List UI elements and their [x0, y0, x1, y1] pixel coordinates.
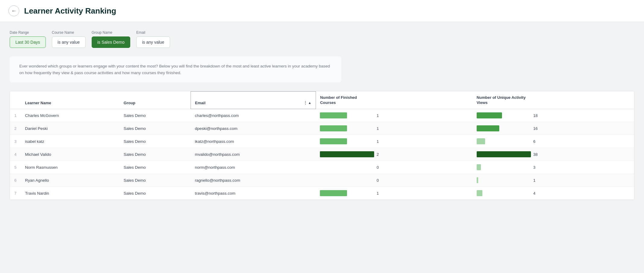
finished-value: 2	[377, 152, 379, 157]
activity-views-cell: 18	[472, 109, 634, 122]
back-icon: ←	[11, 8, 17, 14]
activity-bar	[477, 125, 500, 131]
activity-bar	[477, 138, 485, 144]
finished-bar	[320, 112, 347, 118]
finished-courses-cell: 1	[316, 122, 472, 135]
activity-views-cell: 6	[472, 135, 634, 148]
finished-courses-cell: 1	[316, 135, 472, 148]
filter-group-email: Emailis any value	[136, 30, 170, 48]
col-header-group: Group	[119, 92, 191, 109]
activity-value: 16	[533, 126, 538, 131]
rank-cell: 4	[10, 148, 21, 161]
activity-bar	[477, 151, 531, 157]
filter-button-date_range[interactable]: Last 30 Days	[10, 36, 46, 48]
finished-value: 1	[377, 126, 379, 131]
group-cell: Sales Demo	[119, 174, 191, 187]
finished-courses-cell: 1	[316, 109, 472, 122]
email-cell: mvalido@northpass.com	[191, 148, 316, 161]
group-cell: Sales Demo	[119, 148, 191, 161]
table-row: 6Ryan AgnelloSales Demoragnello@northpas…	[10, 174, 634, 187]
learner-name-cell: Travis Nardin	[21, 187, 119, 200]
group-cell: Sales Demo	[119, 109, 191, 122]
description-text: Ever wondered which groups or learners e…	[10, 56, 341, 83]
rank-cell: 1	[10, 109, 21, 122]
filter-label-date_range: Date Range	[10, 30, 46, 35]
col-header-finished_courses: Number of FinishedCourses	[316, 92, 472, 109]
main-content: Date RangeLast 30 DaysCourse Nameis any …	[0, 22, 644, 209]
learner-name-cell: isabel katz	[21, 135, 119, 148]
table-row: 1Charles McGovernSales Democharles@north…	[10, 109, 634, 122]
col-header-learner_name: Learner Name	[21, 92, 119, 109]
email-cell: dpeski@northpass.com	[191, 122, 316, 135]
learner-name-cell: Norm Rasmussen	[21, 161, 119, 174]
table-row: 5Norm RasmussenSales Demonorm@northpass.…	[10, 161, 634, 174]
activity-value: 38	[533, 152, 538, 157]
activity-bar	[477, 112, 502, 118]
col-header-email[interactable]: Email ⋮ ▲	[191, 92, 316, 109]
learner-name-cell: Daniel Peski	[21, 122, 119, 135]
filter-label-email: Email	[136, 30, 170, 35]
email-cell: ragnello@northpass.com	[191, 174, 316, 187]
group-cell: Sales Demo	[119, 135, 191, 148]
filter-group-course_name: Course Nameis any value	[52, 30, 86, 48]
finished-bar	[320, 190, 347, 196]
filter-group-group_name: Group Nameis Sales Demo	[92, 30, 130, 48]
filter-button-group_name[interactable]: is Sales Demo	[92, 36, 130, 48]
activity-views-cell: 4	[472, 187, 634, 200]
finished-courses-cell: 0	[316, 174, 472, 187]
filter-button-course_name[interactable]: is any value	[52, 36, 86, 48]
activity-value: 4	[533, 191, 535, 196]
data-table-container: Learner NameGroup Email ⋮ ▲ Number of Fi…	[10, 91, 634, 200]
email-cell: norm@northpass.com	[191, 161, 316, 174]
email-cell: travis@northpass.com	[191, 187, 316, 200]
finished-value: 0	[377, 165, 379, 170]
filter-bar: Date RangeLast 30 DaysCourse Nameis any …	[10, 30, 634, 48]
email-cell: ikatz@northpass.com	[191, 135, 316, 148]
finished-courses-cell: 2	[316, 148, 472, 161]
table-row: 2Daniel PeskiSales Demodpeski@northpass.…	[10, 122, 634, 135]
col-menu-icon[interactable]: ⋮	[303, 100, 308, 105]
finished-bar	[320, 138, 347, 144]
activity-bar	[477, 190, 483, 196]
filter-button-email[interactable]: is any value	[136, 36, 170, 48]
activity-bar	[477, 164, 481, 170]
activity-bar	[477, 177, 478, 183]
page-title: Learner Activity Ranking	[24, 6, 116, 16]
table-row: 4Michael ValidoSales Demomvalido@northpa…	[10, 148, 634, 161]
activity-value: 1	[533, 178, 535, 183]
filter-group-date_range: Date RangeLast 30 Days	[10, 30, 46, 48]
rank-cell: 7	[10, 187, 21, 200]
email-cell: charles@northpass.com	[191, 109, 316, 122]
activity-views-cell: 3	[472, 161, 634, 174]
activity-views-cell: 1	[472, 174, 634, 187]
back-button[interactable]: ←	[8, 5, 19, 16]
learner-name-cell: Charles McGovern	[21, 109, 119, 122]
group-cell: Sales Demo	[119, 122, 191, 135]
activity-value: 6	[533, 139, 535, 144]
group-cell: Sales Demo	[119, 187, 191, 200]
filter-label-group_name: Group Name	[92, 30, 130, 35]
finished-bar	[320, 125, 347, 131]
finished-value: 1	[377, 113, 379, 118]
activity-value: 18	[533, 113, 538, 118]
finished-value: 1	[377, 139, 379, 144]
activity-views-cell: 38	[472, 148, 634, 161]
rank-cell: 6	[10, 174, 21, 187]
email-col-label: Email	[195, 101, 206, 105]
rank-cell: 3	[10, 135, 21, 148]
col-header-rank	[10, 92, 21, 109]
filter-label-course_name: Course Name	[52, 30, 86, 35]
table-row: 7Travis NardinSales Demotravis@northpass…	[10, 187, 634, 200]
col-sort-asc-icon[interactable]: ▲	[308, 101, 311, 105]
learner-name-cell: Michael Valido	[21, 148, 119, 161]
learner-name-cell: Ryan Agnello	[21, 174, 119, 187]
finished-value: 1	[377, 191, 379, 196]
learner-table: Learner NameGroup Email ⋮ ▲ Number of Fi…	[10, 91, 634, 200]
activity-value: 3	[533, 165, 535, 170]
page-header: ← Learner Activity Ranking	[0, 0, 644, 22]
table-row: 3isabel katzSales Demoikatz@northpass.co…	[10, 135, 634, 148]
finished-courses-cell: 1	[316, 187, 472, 200]
finished-value: 0	[377, 178, 379, 183]
group-cell: Sales Demo	[119, 161, 191, 174]
rank-cell: 2	[10, 122, 21, 135]
